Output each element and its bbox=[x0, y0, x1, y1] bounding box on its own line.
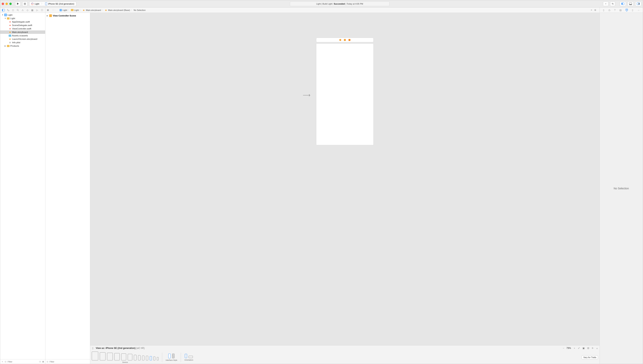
project-navigator-icon[interactable] bbox=[2, 8, 5, 12]
close-window-button[interactable] bbox=[2, 3, 4, 5]
find-navigator-icon[interactable] bbox=[16, 8, 19, 12]
scene-dock[interactable] bbox=[316, 38, 374, 42]
toggle-debug-area-button[interactable] bbox=[627, 2, 633, 6]
recent-filter-icon[interactable]: ◷ bbox=[39, 360, 41, 363]
navigator-filter-input[interactable] bbox=[8, 360, 38, 363]
toggle-navigator-button[interactable] bbox=[620, 2, 626, 6]
outline-scene-row[interactable]: ▶ View Controller Scene bbox=[47, 14, 89, 18]
stop-button[interactable] bbox=[22, 2, 28, 6]
device-ipad-pro-11[interactable] bbox=[100, 352, 106, 360]
project-icon bbox=[60, 9, 62, 11]
scm-filter-icon[interactable]: ▣ bbox=[42, 360, 44, 363]
breakpoint-navigator-icon[interactable]: ▷ bbox=[36, 8, 39, 12]
adjust-editor-options-icon[interactable]: ≡ bbox=[591, 9, 592, 11]
device-ipad-pro-12[interactable] bbox=[92, 352, 98, 360]
device-ipad-mini[interactable] bbox=[128, 354, 132, 360]
library-button[interactable]: ＋ bbox=[603, 2, 608, 6]
project-navigator: ▼ A Light ▼ Light ◆AppDelegate.swift ◆Sc… bbox=[0, 13, 45, 364]
update-frames-icon[interactable]: ⤢ bbox=[578, 347, 580, 350]
related-items-icon[interactable]: ▦ bbox=[47, 9, 49, 11]
orientation-landscape[interactable] bbox=[189, 356, 193, 358]
device-ipad-air[interactable] bbox=[114, 353, 120, 360]
tree-file-row[interactable]: ▣Main.storyboard bbox=[0, 30, 45, 34]
size-inspector-icon[interactable]: ▯ bbox=[632, 9, 633, 12]
tree-file-row[interactable]: Assets.xcassets bbox=[0, 34, 45, 37]
connections-inspector-icon[interactable]: → bbox=[637, 9, 639, 12]
embed-in-icon[interactable]: ▣ bbox=[582, 347, 585, 350]
align-icon[interactable]: ⊟ bbox=[587, 347, 589, 350]
add-constraints-icon[interactable]: ⊩ bbox=[592, 347, 594, 350]
scene-view[interactable] bbox=[316, 44, 374, 145]
tree-group-row[interactable]: ▼ Light bbox=[0, 17, 45, 20]
initial-vc-arrow-icon[interactable]: ⟶ bbox=[303, 92, 310, 98]
tree-file-row[interactable]: ▤Info.plist bbox=[0, 41, 45, 44]
resolve-issues-icon[interactable]: ▵ bbox=[596, 347, 598, 350]
go-back-button[interactable]: 〈 bbox=[52, 8, 54, 12]
go-forward-button[interactable]: 〉 bbox=[54, 8, 57, 12]
help-inspector-icon[interactable]: ? bbox=[614, 9, 616, 12]
zoom-out-button[interactable]: − bbox=[563, 347, 564, 350]
device-iphone-se2[interactable] bbox=[150, 356, 152, 360]
disclosure-triangle-icon[interactable]: ▶ bbox=[47, 15, 48, 17]
device-ipad[interactable] bbox=[121, 354, 126, 360]
device-iphone-max[interactable] bbox=[134, 355, 137, 360]
appearance-light[interactable] bbox=[168, 354, 171, 358]
minimize-window-button[interactable] bbox=[6, 3, 8, 5]
view-controller-icon[interactable] bbox=[339, 39, 341, 41]
add-icon[interactable]: ＋ bbox=[1, 360, 4, 363]
outline-filter-input[interactable] bbox=[50, 360, 89, 363]
orientation-portrait[interactable] bbox=[185, 354, 187, 358]
tree-file-row[interactable]: ◆ViewController.swift bbox=[0, 27, 45, 30]
file-inspector-icon[interactable]: ▯ bbox=[603, 9, 604, 12]
jump-item-3[interactable]: Main.storyboard (Base) bbox=[108, 9, 130, 11]
zoom-level[interactable]: 79% bbox=[566, 347, 571, 350]
device-iphone[interactable] bbox=[146, 356, 148, 360]
device-iphone-pro[interactable] bbox=[138, 355, 141, 360]
scheme-destination: iPhone SE (2nd generation) bbox=[48, 3, 74, 5]
vary-for-traits-button[interactable]: Vary for Traits bbox=[581, 356, 598, 359]
storyboard-file-icon: ▣ bbox=[9, 38, 11, 40]
debug-navigator-icon[interactable]: ▦ bbox=[31, 8, 34, 12]
device-iphone-4s[interactable] bbox=[157, 357, 159, 360]
run-button[interactable] bbox=[15, 2, 21, 6]
tree-products-row[interactable]: ▶ Products bbox=[0, 44, 45, 48]
svg-rect-2 bbox=[45, 2, 47, 5]
scope-icon[interactable]: ◎ bbox=[47, 360, 49, 363]
first-responder-icon[interactable] bbox=[344, 39, 346, 41]
device-iphone-8[interactable] bbox=[153, 356, 155, 360]
symbol-navigator-icon[interactable]: ◻ bbox=[12, 8, 15, 12]
device-ipad-10[interactable] bbox=[107, 353, 113, 360]
device-iphone-plus[interactable] bbox=[142, 356, 144, 360]
tree-file-row[interactable]: ▣LaunchScreen.storyboard bbox=[0, 37, 45, 41]
disclosure-triangle-icon[interactable]: ▼ bbox=[2, 14, 4, 16]
source-control-navigator-icon[interactable] bbox=[7, 8, 10, 12]
disclosure-triangle-icon[interactable]: ▼ bbox=[5, 18, 6, 19]
add-editor-icon[interactable]: ⊞ bbox=[594, 9, 596, 11]
tree-file-row[interactable]: ◆SceneDelegate.swift bbox=[0, 24, 45, 27]
code-review-button[interactable]: ⇆ bbox=[610, 2, 615, 6]
report-navigator-icon[interactable]: ☐ bbox=[40, 8, 44, 12]
jump-item-2[interactable]: Main.storyboard bbox=[86, 9, 101, 11]
jump-item-0[interactable]: Light bbox=[63, 9, 67, 11]
scheme-selector[interactable]: Light 〉 iPhone SE (2nd generation) bbox=[29, 2, 76, 6]
history-inspector-icon[interactable]: ◷ bbox=[608, 9, 610, 12]
zoom-window-button[interactable] bbox=[10, 3, 12, 5]
view-as-device[interactable]: iPhone SE (2nd generation) bbox=[106, 347, 136, 350]
issue-navigator-icon[interactable]: ⚠ bbox=[21, 8, 24, 12]
toggle-inspector-button[interactable] bbox=[635, 2, 641, 6]
scope-icon[interactable]: ◎ bbox=[5, 360, 7, 363]
exit-icon[interactable] bbox=[349, 39, 351, 41]
identity-inspector-icon[interactable]: ▤ bbox=[619, 9, 621, 12]
toggle-outline-icon[interactable]: ▯ bbox=[92, 347, 93, 350]
tree-file-row[interactable]: ◆AppDelegate.swift bbox=[0, 20, 45, 24]
jump-item-4[interactable]: No Selection bbox=[134, 9, 146, 11]
storyboard-canvas[interactable]: ⟶ bbox=[90, 13, 599, 345]
disclosure-triangle-icon[interactable]: ▶ bbox=[5, 45, 6, 47]
tree-project-row[interactable]: ▼ A Light bbox=[0, 13, 45, 17]
zoom-in-button[interactable]: ＋ bbox=[573, 346, 576, 350]
appearance-dark[interactable] bbox=[172, 354, 174, 358]
activity-status[interactable]: Light | Build Light: Succeeded | Today a… bbox=[290, 2, 390, 6]
attributes-inspector-icon[interactable] bbox=[625, 9, 628, 12]
jump-item-1[interactable]: Light bbox=[74, 9, 79, 11]
test-navigator-icon[interactable]: ◇ bbox=[26, 8, 29, 12]
